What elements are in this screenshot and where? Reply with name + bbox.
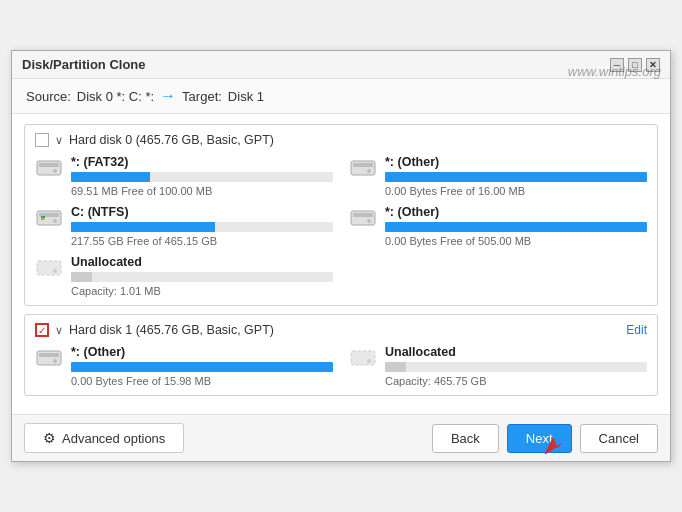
cancel-button[interactable]: Cancel xyxy=(580,424,658,453)
drive-icon-d1-1 xyxy=(349,347,377,369)
svg-rect-10 xyxy=(41,216,43,218)
disk1-chevron: ∨ xyxy=(55,324,63,337)
disk0-part3-info: *: (Other) 0.00 Bytes Free of 505.00 MB xyxy=(385,205,647,247)
disk0-header: ∨ Hard disk 0 (465.76 GB, Basic, GPT) xyxy=(35,133,647,147)
disk1-part0-info: *: (Other) 0.00 Bytes Free of 15.98 MB xyxy=(71,345,333,387)
disk0-part1-caption: 0.00 Bytes Free of 16.00 MB xyxy=(385,185,647,197)
disk0-partitions: *: (FAT32) 69.51 MB Free of 100.00 MB xyxy=(35,155,647,297)
disk1-part0-caption: 0.00 Bytes Free of 15.98 MB xyxy=(71,375,333,387)
disk0-part4-caption: Capacity: 1.01 MB xyxy=(71,285,333,297)
minimize-button[interactable]: ─ xyxy=(610,58,624,72)
next-button[interactable]: Next xyxy=(507,424,572,453)
disk0-partition-1: *: (Other) 0.00 Bytes Free of 16.00 MB xyxy=(349,155,647,197)
disk0-part0-caption: 69.51 MB Free of 100.00 MB xyxy=(71,185,333,197)
main-content: ∨ Hard disk 0 (465.76 GB, Basic, GPT) xyxy=(12,114,670,414)
disk1-partition-1: Unallocated Capacity: 465.75 GB xyxy=(349,345,647,387)
target-label: Target: xyxy=(182,89,222,104)
disk0-part0-fill xyxy=(71,172,150,182)
disk0-part1-bar xyxy=(385,172,647,182)
disk1-part1-info: Unallocated Capacity: 465.75 GB xyxy=(385,345,647,387)
svg-rect-11 xyxy=(43,216,45,218)
disk0-checkbox[interactable] xyxy=(35,133,49,147)
disk1-part1-fill xyxy=(385,362,406,372)
disk-clone-window: Disk/Partition Clone ─ □ ✕ Source: Disk … xyxy=(11,50,671,462)
disk1-checkbox[interactable]: ✓ xyxy=(35,323,49,337)
disk0-label: Hard disk 0 (465.76 GB, Basic, GPT) xyxy=(69,133,274,147)
svg-point-18 xyxy=(53,269,57,273)
disk0-part2-fill xyxy=(71,222,215,232)
disk0-part3-name: *: (Other) xyxy=(385,205,647,219)
drive-icon-d1-0 xyxy=(35,347,63,369)
svg-rect-13 xyxy=(43,218,45,220)
disk1-part0-name: *: (Other) xyxy=(71,345,333,359)
disk0-partition-4: Unallocated Capacity: 1.01 MB xyxy=(35,255,333,297)
drive-icon-2 xyxy=(35,207,63,229)
svg-point-8 xyxy=(53,219,57,223)
svg-point-5 xyxy=(367,169,371,173)
disk1-part0-bar xyxy=(71,362,333,372)
disk0-part4-fill xyxy=(71,272,92,282)
footer-left: ⚙ Advanced options xyxy=(24,423,424,453)
source-label: Source: xyxy=(26,89,71,104)
svg-rect-1 xyxy=(39,163,59,167)
source-target-bar: Source: Disk 0 *: C: *: → Target: Disk 1 xyxy=(12,79,670,114)
title-bar-controls: ─ □ ✕ xyxy=(610,58,660,72)
disk0-part4-name: Unallocated xyxy=(71,255,333,269)
disk0-part3-fill xyxy=(385,222,647,232)
close-button[interactable]: ✕ xyxy=(646,58,660,72)
disk1-part1-caption: Capacity: 465.75 GB xyxy=(385,375,647,387)
maximize-button[interactable]: □ xyxy=(628,58,642,72)
footer-bar: ⚙ Advanced options Back Next Cancel xyxy=(12,414,670,461)
svg-rect-4 xyxy=(353,163,373,167)
disk0-part1-fill xyxy=(385,172,647,182)
direction-arrow: → xyxy=(160,87,176,105)
disk0-part0-info: *: (FAT32) 69.51 MB Free of 100.00 MB xyxy=(71,155,333,197)
target-value: Disk 1 xyxy=(228,89,264,104)
svg-rect-12 xyxy=(41,218,43,220)
disk0-part0-name: *: (FAT32) xyxy=(71,155,333,169)
drive-icon-0 xyxy=(35,157,63,179)
disk0-part1-name: *: (Other) xyxy=(385,155,647,169)
disk1-label: Hard disk 1 (465.76 GB, Basic, GPT) xyxy=(69,323,274,337)
disk0-part2-info: C: (NTFS) 217.55 GB Free of 465.15 GB xyxy=(71,205,333,247)
advanced-options-button[interactable]: ⚙ Advanced options xyxy=(24,423,184,453)
disk0-box: ∨ Hard disk 0 (465.76 GB, Basic, GPT) xyxy=(24,124,658,306)
back-button[interactable]: Back xyxy=(432,424,499,453)
disk0-part2-name: C: (NTFS) xyxy=(71,205,333,219)
svg-rect-20 xyxy=(39,353,59,357)
svg-rect-17 xyxy=(37,261,61,275)
disk0-part0-bar xyxy=(71,172,333,182)
disk1-part1-name: Unallocated xyxy=(385,345,647,359)
svg-rect-15 xyxy=(353,213,373,217)
svg-rect-22 xyxy=(351,351,375,365)
disk1-partitions: *: (Other) 0.00 Bytes Free of 15.98 MB xyxy=(35,345,647,387)
svg-point-23 xyxy=(367,359,371,363)
disk0-part2-caption: 217.55 GB Free of 465.15 GB xyxy=(71,235,333,247)
advanced-options-label: Advanced options xyxy=(62,431,165,446)
disk1-header: ✓ ∨ Hard disk 1 (465.76 GB, Basic, GPT) … xyxy=(35,323,647,337)
disk0-part3-caption: 0.00 Bytes Free of 505.00 MB xyxy=(385,235,647,247)
disk1-part1-bar xyxy=(385,362,647,372)
disk0-part3-bar xyxy=(385,222,647,232)
disk0-part1-info: *: (Other) 0.00 Bytes Free of 16.00 MB xyxy=(385,155,647,197)
disk0-partition-2: C: (NTFS) 217.55 GB Free of 465.15 GB xyxy=(35,205,333,247)
disk0-part4-info: Unallocated Capacity: 1.01 MB xyxy=(71,255,333,297)
disk1-box: ✓ ∨ Hard disk 1 (465.76 GB, Basic, GPT) … xyxy=(24,314,658,396)
disk0-part2-bar xyxy=(71,222,333,232)
gear-icon: ⚙ xyxy=(43,430,56,446)
disk1-partition-0: *: (Other) 0.00 Bytes Free of 15.98 MB xyxy=(35,345,333,387)
title-bar: Disk/Partition Clone ─ □ ✕ xyxy=(12,51,670,79)
disk0-partition-3: *: (Other) 0.00 Bytes Free of 505.00 MB xyxy=(349,205,647,247)
disk0-chevron: ∨ xyxy=(55,134,63,147)
svg-point-2 xyxy=(53,169,57,173)
disk1-part0-fill xyxy=(71,362,333,372)
source-value: Disk 0 *: C: *: xyxy=(77,89,154,104)
drive-icon-4 xyxy=(35,257,63,279)
disk0-partition-0: *: (FAT32) 69.51 MB Free of 100.00 MB xyxy=(35,155,333,197)
svg-point-16 xyxy=(367,219,371,223)
drive-icon-3 xyxy=(349,207,377,229)
disk0-part4-bar xyxy=(71,272,333,282)
window-title: Disk/Partition Clone xyxy=(22,57,146,72)
drive-icon-1 xyxy=(349,157,377,179)
disk1-edit-link[interactable]: Edit xyxy=(626,323,647,337)
